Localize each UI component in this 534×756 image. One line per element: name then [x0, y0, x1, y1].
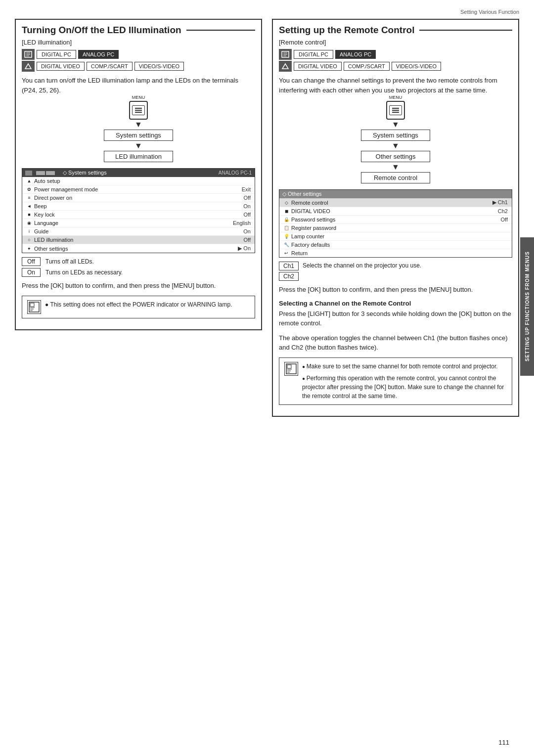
- osd-icon-other: ✦: [26, 246, 32, 252]
- ch1-desc: Selects the channel on the projector you…: [303, 262, 421, 270]
- osd-right-row-return: ↩ Return: [279, 249, 512, 257]
- osd-icon-led: ○: [26, 237, 32, 243]
- osd-row-guide: i Guide On: [22, 227, 255, 236]
- bullet-left: ●: [45, 301, 50, 308]
- sub-text2: The above operation toggles the channel …: [279, 333, 512, 353]
- osd-row-power: ✿ Power management mode Exit: [22, 185, 255, 194]
- option-on-row: On Turns on LEDs as necessary.: [22, 268, 255, 277]
- right-osd-menu: ◇ Other settings ◇ Remote control ▶ Ch1 …: [279, 189, 512, 258]
- osd-row-other: ✦ Other settings ▶ On: [22, 244, 255, 253]
- page-number: 111: [498, 739, 509, 746]
- left-input-row1: DIGITAL PC ANALOG PC: [22, 49, 255, 60]
- osd-icon-power: ✿: [26, 186, 32, 192]
- ch-table: Ch1 Selects the channel on the projector…: [279, 262, 512, 281]
- osd-icon-direct: ≡: [26, 195, 32, 201]
- osd-row-beep: ◄ Beep On: [22, 202, 255, 211]
- menu-line-2: [135, 110, 142, 111]
- flow-other-settings: Other settings: [361, 151, 430, 162]
- sub-heading: Selecting a Channel on the Remote Contro…: [279, 300, 512, 307]
- right-menu-flow: MENU ▼ System settings ▼ Other settings …: [279, 101, 512, 183]
- osd-right-row-register: 📋 Register password: [279, 224, 512, 232]
- osd-row-language: ◉ Language English: [22, 219, 255, 227]
- left-press-text: Press the [OK] button to confirm, and th…: [22, 281, 255, 291]
- right-subtitle: [Remote control]: [279, 39, 512, 46]
- sub-text1: Press the [LIGHT] button for 3 seconds w…: [279, 309, 512, 328]
- arrow-1-right: ▼: [392, 121, 400, 129]
- osd-header-title-left: ◇ System settings: [63, 170, 107, 176]
- left-input-selector: DIGITAL PC ANALOG PC DIGITAL VIDEO COMP.…: [22, 49, 255, 72]
- right-column: Setting up the Remote Control [Remote co…: [272, 19, 519, 424]
- menu-icon-inner-left: [132, 105, 145, 115]
- flow-remote-control: Remote control: [361, 172, 430, 183]
- note-icon-right: [284, 362, 298, 376]
- right-input-row2: DIGITAL VIDEO COMP./SCART VIDEO/S-VIDEO: [279, 61, 512, 72]
- left-osd-menu: ◇ System settings ANALOG PC-1 ▲ Auto set…: [22, 168, 255, 253]
- osd-right-row-factory: 🔧 Factory defaults: [279, 241, 512, 249]
- osd-right-header-icon: ◇ Other settings: [282, 191, 322, 197]
- osd-right-icon-digital: ◼: [283, 208, 289, 214]
- left-input-icon2: [22, 61, 35, 72]
- menu-icon-right: MENU: [386, 101, 405, 120]
- osd-icon-language: ◉: [26, 220, 32, 226]
- left-section-title: Turning On/Off the LED Illumination: [22, 25, 181, 36]
- left-section-box: Turning On/Off the LED Illumination [LED…: [15, 19, 262, 330]
- osd-right-row-digital: ◼ DIGITAL VIDEO Ch2: [279, 207, 512, 216]
- flow-system-settings-right: System settings: [361, 130, 430, 141]
- right-note-bullet-2: Performing this operation with the remot…: [302, 374, 507, 400]
- osd-right-icon-return: ↩: [283, 250, 289, 256]
- osd-header-icon-left: [25, 171, 32, 176]
- analog-pc-btn-left[interactable]: ANALOG PC: [78, 50, 119, 59]
- right-input-row1: DIGITAL PC ANALOG PC: [279, 49, 512, 60]
- sidebar-tab-text: SETTING UP FUNCTIONS FROM MENUS: [525, 251, 530, 361]
- digital-video-btn-right[interactable]: DIGITAL VIDEO: [294, 62, 342, 71]
- digital-pc-btn-left[interactable]: DIGITAL PC: [37, 50, 76, 59]
- arrow-1-left: ▼: [134, 121, 142, 129]
- osd-row-led: ○ LED illumination Off: [22, 236, 255, 244]
- option-off-box: Off: [22, 257, 41, 266]
- osd-icon-beep: ◄: [26, 203, 32, 209]
- video-svideo-btn-left[interactable]: VIDEO/S-VIDEO: [134, 62, 184, 71]
- analog-pc-btn-right[interactable]: ANALOG PC: [335, 50, 376, 59]
- osd-icon-auto: ▲: [26, 178, 32, 184]
- comp-scart-btn-right[interactable]: COMP./SCART: [344, 62, 390, 71]
- right-note-box: Make sure to set the same channel for bo…: [279, 357, 512, 405]
- sidebar-tab: SETTING UP FUNCTIONS FROM MENUS: [520, 237, 534, 376]
- right-input-icon1: [279, 49, 292, 60]
- right-section-box: Setting up the Remote Control [Remote co…: [272, 19, 519, 417]
- osd-right-icon-password: 🔒: [283, 217, 289, 222]
- left-subtitle: [LED illumination]: [22, 39, 255, 46]
- right-title-line: [419, 30, 512, 31]
- osd-row-keylock: ■ Key lock Off: [22, 211, 255, 219]
- menu-line-1: [135, 108, 142, 109]
- option-off-desc: Turns off all LEDs.: [45, 258, 94, 265]
- menu-line-3: [135, 112, 142, 113]
- osd-right-icon-remote: ◇: [283, 200, 289, 206]
- osd-right-row-password: 🔒 Password settings Off: [279, 216, 512, 224]
- page-header: Setting Various Function: [0, 0, 534, 19]
- note-content-left: This setting does not effect the POWER i…: [50, 301, 232, 308]
- option-on-box: On: [22, 268, 41, 277]
- ch2-box: Ch2: [279, 272, 299, 281]
- right-input-selector: DIGITAL PC ANALOG PC DIGITAL VIDEO COMP.…: [279, 49, 512, 72]
- left-title-line: [186, 30, 255, 31]
- video-svideo-btn-right[interactable]: VIDEO/S-VIDEO: [392, 62, 442, 71]
- left-input-icon1: [22, 49, 35, 60]
- right-section-title-row: Setting up the Remote Control: [279, 25, 512, 36]
- comp-scart-btn-left[interactable]: COMP./SCART: [87, 62, 133, 71]
- menu-icon-inner-right: [389, 105, 402, 115]
- osd-right-row-lamp: 💡 Lamp counter: [279, 232, 512, 241]
- ch1-box: Ch1: [279, 262, 299, 270]
- flow-led-illumination: LED illumination: [104, 151, 173, 162]
- menu-icon-left: MENU: [129, 101, 148, 120]
- menu-line-r1: [392, 108, 399, 109]
- left-options: Off Turns off all LEDs. On Turns on LEDs…: [22, 257, 255, 277]
- osd-icon-guide: i: [26, 228, 32, 234]
- right-body-text: You can change the channel settings to p…: [279, 76, 512, 95]
- ch2-row: Ch2: [279, 272, 512, 281]
- svg-rect-6: [30, 303, 34, 307]
- osd-right-icon-register: 📋: [283, 225, 289, 231]
- digital-pc-btn-right[interactable]: DIGITAL PC: [294, 50, 333, 59]
- digital-video-btn-left[interactable]: DIGITAL VIDEO: [37, 62, 85, 71]
- menu-icon-lines-right: [392, 108, 399, 113]
- osd-row-auto: ▲ Auto setup: [22, 177, 255, 185]
